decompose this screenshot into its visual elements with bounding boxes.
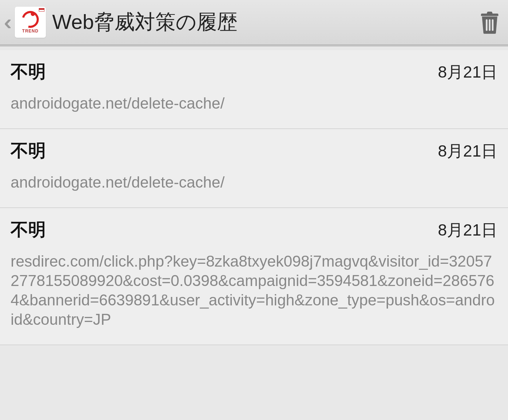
chevron-left-icon: ‹ xyxy=(4,12,11,32)
history-item-head: 不明 8月21日 xyxy=(11,139,497,163)
app-icon-corner xyxy=(39,8,44,12)
history-item-title: 不明 xyxy=(11,60,46,84)
history-item-date: 8月21日 xyxy=(438,61,497,83)
trend-swirl-icon xyxy=(19,8,42,31)
history-item-title: 不明 xyxy=(11,218,46,242)
history-item-url: androidogate.net/delete-cache/ xyxy=(11,172,497,192)
app-icon-label: TREND xyxy=(22,29,38,34)
history-item-title: 不明 xyxy=(11,139,46,163)
history-item[interactable]: 不明 8月21日 resdirec.com/click.php?key=8zka… xyxy=(0,208,508,345)
header-bar: ‹ TREND Web脅威対策の履歴 xyxy=(0,0,508,45)
svg-rect-1 xyxy=(489,19,491,31)
delete-all-button[interactable] xyxy=(478,11,501,34)
history-item[interactable]: 不明 8月21日 androidogate.net/delete-cache/ xyxy=(0,129,508,208)
history-item-url: resdirec.com/click.php?key=8zka8txyek098… xyxy=(11,251,497,329)
history-item[interactable]: 不明 8月21日 androidogate.net/delete-cache/ xyxy=(0,50,508,129)
page-title: Web脅威対策の履歴 xyxy=(52,8,478,36)
history-item-date: 8月21日 xyxy=(438,219,497,241)
history-item-url: androidogate.net/delete-cache/ xyxy=(11,93,497,113)
history-list: 不明 8月21日 androidogate.net/delete-cache/ … xyxy=(0,50,508,345)
history-item-head: 不明 8月21日 xyxy=(11,218,497,242)
back-button[interactable]: ‹ xyxy=(3,12,13,32)
svg-rect-0 xyxy=(486,19,488,31)
history-item-head: 不明 8月21日 xyxy=(11,60,497,84)
app-icon[interactable]: TREND xyxy=(15,7,46,38)
trash-icon xyxy=(479,11,500,34)
history-item-date: 8月21日 xyxy=(438,140,497,162)
svg-rect-2 xyxy=(492,19,494,31)
